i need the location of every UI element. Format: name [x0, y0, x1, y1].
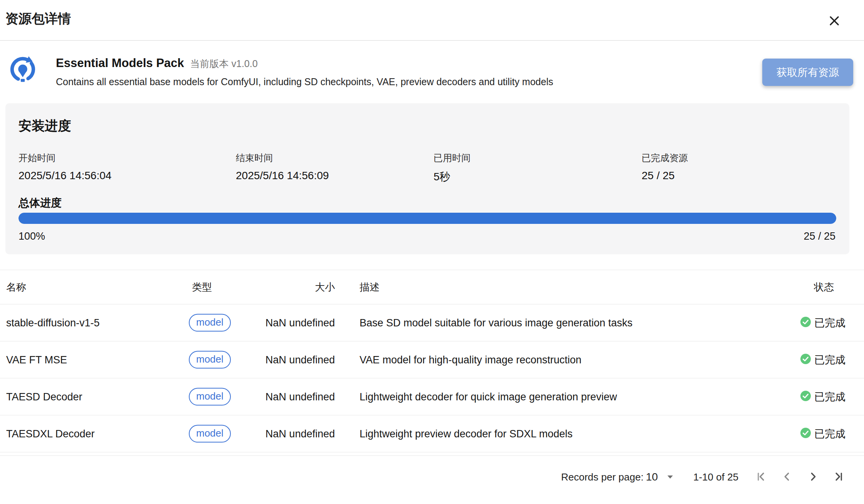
column-header-size: 大小: [227, 281, 335, 294]
progress-count: 25 / 25: [803, 230, 835, 242]
chevron-left-icon: [781, 471, 793, 484]
check-circle-icon: [800, 428, 811, 440]
type-chip: model: [189, 314, 231, 332]
resource-name: VAE FT MSE: [6, 354, 67, 366]
resource-pack-dialog: 资源包详情 Essential Models Pack 当前版本 v1.0.0 …: [0, 0, 864, 504]
last-page-icon: [833, 471, 844, 484]
status-label: 已完成: [814, 353, 846, 367]
pack-title-row: Essential Models Pack 当前版本 v1.0.0: [56, 56, 258, 70]
stat-value: 2025/5/16 14:56:09: [236, 170, 329, 182]
table-row[interactable]: stable-diffusion-v1-5 model NaN undefine…: [0, 304, 864, 341]
table-row[interactable]: TAESDXL Decoder model NaN undefined Ligh…: [0, 415, 864, 452]
stat-label: 已完成资源: [642, 152, 688, 164]
pack-refresh-lightbulb-icon: [8, 53, 38, 87]
check-circle-icon: [800, 354, 811, 366]
first-page-icon: [755, 471, 767, 484]
resource-description: Lightweight preview decoder for SDXL mod…: [360, 428, 573, 440]
pack-name: Essential Models Pack: [56, 56, 184, 70]
stat-start-time: 开始时间 2025/5/16 14:56:04: [18, 152, 111, 182]
close-button[interactable]: [825, 12, 844, 31]
resource-type-cell: model: [189, 425, 231, 443]
resource-size: NaN undefined: [227, 391, 335, 403]
stat-elapsed-time: 已用时间 5秒: [434, 152, 471, 184]
pack-description: Contains all essential base models for C…: [56, 76, 553, 87]
last-page-button[interactable]: [830, 469, 847, 486]
header-divider: [0, 40, 864, 41]
first-page-button[interactable]: [753, 469, 770, 486]
progress-bar: [18, 213, 836, 224]
page-range-label: 1-10 of 25: [693, 471, 738, 483]
table-bottom-divider: [0, 455, 864, 456]
status-label: 已完成: [814, 427, 846, 441]
overall-progress-label: 总体进度: [18, 196, 62, 210]
column-header-name: 名称: [6, 281, 26, 294]
resource-name: TAESDXL Decoder: [6, 428, 95, 440]
type-chip: model: [189, 351, 231, 369]
install-progress-card: 安装进度 开始时间 2025/5/16 14:56:04 结束时间 2025/5…: [5, 103, 849, 254]
stat-value: 25 / 25: [642, 170, 688, 182]
page-size-select[interactable]: 10: [646, 471, 673, 483]
stat-label: 已用时间: [434, 152, 471, 164]
column-header-type: 类型: [192, 281, 212, 294]
resource-description: VAE model for high-quality image reconst…: [360, 354, 582, 366]
pack-version: 当前版本 v1.0.0: [190, 57, 258, 70]
page-size-value: 10: [646, 471, 658, 483]
resource-type-cell: model: [189, 351, 231, 369]
chevron-right-icon: [807, 471, 819, 484]
check-circle-icon: [800, 391, 811, 403]
stat-value: 5秒: [434, 170, 471, 184]
resource-status: 已完成: [800, 390, 846, 404]
stat-completed-resources: 已完成资源 25 / 25: [642, 152, 688, 182]
stat-value: 2025/5/16 14:56:04: [18, 170, 111, 182]
resource-type-cell: model: [189, 314, 231, 332]
resource-size: NaN undefined: [227, 317, 335, 329]
close-icon: [827, 14, 841, 29]
status-label: 已完成: [814, 390, 846, 404]
resource-size: NaN undefined: [227, 428, 335, 440]
status-label: 已完成: [814, 316, 846, 330]
records-per-page-label: Records per page:: [561, 471, 644, 483]
previous-page-button[interactable]: [778, 469, 795, 486]
check-circle-icon: [800, 317, 811, 329]
resource-status: 已完成: [800, 427, 846, 441]
stat-end-time: 结束时间 2025/5/16 14:56:09: [236, 152, 329, 182]
resources-table: 名称 类型 大小 描述 状态 stable-diffusion-v1-5 mod…: [0, 270, 864, 452]
resource-name: stable-diffusion-v1-5: [6, 317, 100, 329]
get-all-resources-button[interactable]: 获取所有资源: [762, 59, 853, 86]
progress-percent: 100%: [18, 230, 45, 242]
stat-label: 开始时间: [18, 152, 111, 164]
resource-description: Lightweight decoder for quick image gene…: [360, 391, 617, 403]
column-header-description: 描述: [360, 281, 380, 294]
resource-status: 已完成: [800, 316, 846, 330]
resource-type-cell: model: [189, 388, 231, 406]
stat-label: 结束时间: [236, 152, 329, 164]
pagination-bar: Records per page: 10 1-10 of 25: [0, 465, 864, 489]
resource-name: TAESD Decoder: [6, 391, 82, 403]
type-chip: model: [189, 425, 231, 443]
resource-size: NaN undefined: [227, 354, 335, 366]
next-page-button[interactable]: [805, 469, 822, 486]
type-chip: model: [189, 388, 231, 406]
page-title: 资源包详情: [5, 10, 71, 28]
table-row[interactable]: VAE FT MSE model NaN undefined VAE model…: [0, 341, 864, 378]
chevron-down-icon: [667, 474, 673, 480]
table-row[interactable]: TAESD Decoder model NaN undefined Lightw…: [0, 378, 864, 415]
install-progress-title: 安装进度: [18, 117, 71, 135]
resource-description: Base SD model suitable for various image…: [360, 317, 632, 329]
table-header-row: 名称 类型 大小 描述 状态: [0, 270, 864, 304]
progress-bar-fill: [18, 213, 836, 224]
resource-status: 已完成: [800, 353, 846, 367]
column-header-status: 状态: [814, 281, 834, 294]
